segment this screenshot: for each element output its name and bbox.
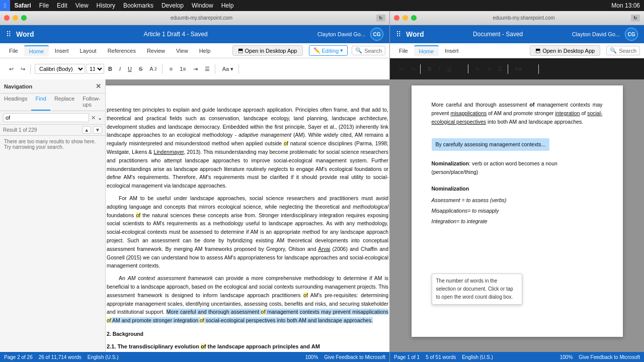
url-bar-right[interactable]: eduumb-my.sharepoint.com <box>493 15 554 21</box>
develop-menu[interactable]: Develop <box>157 0 188 11</box>
font-family-select[interactable]: Calibri (Body) <box>35 64 85 74</box>
right-close-button[interactable] <box>394 15 399 21</box>
nav-close-btn[interactable]: ✕ <box>96 82 101 90</box>
file-menu[interactable]: File <box>35 0 53 11</box>
left-user-name[interactable]: Clayton David Go... <box>317 31 365 37</box>
help-menu[interactable]: Help <box>217 0 238 11</box>
nominalization-definition: Nominalization: verb or action word beco… <box>432 159 603 176</box>
right-bullets-btn[interactable]: ≡ <box>472 64 481 73</box>
superscript-btn[interactable]: A2 <box>146 64 159 73</box>
indent-btn[interactable]: ⇥ <box>190 64 201 74</box>
right-more-btn[interactable]: ··· <box>455 64 466 73</box>
left-tab-references[interactable]: References <box>103 46 141 56</box>
align-left-btn[interactable]: ☰ <box>202 64 213 74</box>
font-size-select[interactable]: 11 <box>86 64 104 74</box>
nav-tab-headings[interactable]: Headings <box>0 94 31 111</box>
underline-btn[interactable]: U <box>125 64 135 73</box>
right-align-btn[interactable]: ☰ <box>495 64 506 74</box>
nav-clear-btn[interactable]: ✕ <box>91 115 96 121</box>
right-more2-btn[interactable]: ··· <box>526 64 536 73</box>
left-tab-view[interactable]: View <box>171 46 193 56</box>
open-desktop-icon-right: ⬒ <box>535 47 540 54</box>
left-doc-content[interactable]: presenting ten principles to explain and… <box>106 79 389 352</box>
window-menu[interactable]: Window <box>188 0 217 11</box>
bold-btn[interactable]: B <box>105 64 115 73</box>
open-desktop-icon: ⬒ <box>238 47 243 54</box>
right-font-color-btn[interactable]: A▾ <box>512 64 525 74</box>
right-ribbon-tabs: File Home Insert ⬒ Open in Desktop App 🔍… <box>390 43 644 58</box>
left-tab-home[interactable]: Home <box>24 45 49 56</box>
right-app-name: Word <box>406 30 424 38</box>
right-feedback[interactable]: Give Feedback to Microsoft <box>579 354 640 360</box>
right-bold-btn[interactable]: B <box>425 64 435 73</box>
right-status-bar: Page 1 of 1 5 of 51 words English (U.S.)… <box>390 352 644 362</box>
nav-tab-replace[interactable]: Replace <box>50 94 78 111</box>
undo-btn[interactable]: ↩ <box>6 64 17 74</box>
right-maximize-button[interactable] <box>411 15 417 21</box>
minimize-button[interactable] <box>13 15 18 21</box>
left-tab-review[interactable]: Review <box>142 46 170 56</box>
grid-icon-right[interactable]: ⠿ <box>396 30 401 38</box>
right-ribbon-toolbar: ↩ ↪ B I U ··· ≡ ⇥ ☰ A▾ ··· <box>390 58 644 79</box>
right-tab-home[interactable]: Home <box>414 45 439 56</box>
styles-btn[interactable]: Aa ▾ <box>219 64 237 74</box>
doc-heading-2: 2. Background <box>107 330 388 338</box>
nav-search-btn[interactable]: ⌄ <box>98 115 102 121</box>
apple-menu[interactable]:  <box>0 0 10 11</box>
left-user-avatar[interactable]: CG <box>370 28 383 41</box>
right-user-name[interactable]: Clayton David Go... <box>572 31 620 37</box>
nav-header: Navigation ✕ <box>0 79 105 94</box>
bullets-btn[interactable]: ≡ <box>167 64 176 73</box>
right-search-box[interactable]: 🔍 Search <box>606 46 640 55</box>
maximize-button[interactable] <box>21 15 27 21</box>
history-menu[interactable]: History <box>93 0 119 11</box>
right-tab-insert[interactable]: Insert <box>440 46 464 56</box>
right-undo-btn[interactable]: ↩ <box>396 64 407 74</box>
refresh-btn-left[interactable]: ↻ <box>376 15 385 22</box>
right-font-group: B I U ··· <box>423 64 468 73</box>
grid-icon-left[interactable]: ⠿ <box>6 30 11 38</box>
url-bar-left[interactable]: eduumb-my.sharepoint.com <box>171 15 232 21</box>
right-word-count[interactable]: 5 of 51 words <box>426 354 456 360</box>
left-feedback[interactable]: Give Feedback to Microsoft <box>324 354 385 360</box>
undo-group: ↩ ↪ <box>4 64 31 74</box>
nav-search-input[interactable] <box>3 113 89 122</box>
nav-next-btn[interactable]: ▼ <box>93 126 102 134</box>
right-open-desktop-btn[interactable]: ⬒ Open in Desktop App <box>530 45 600 56</box>
right-user-avatar[interactable]: CG <box>625 28 638 41</box>
left-doc-area: Navigation ✕ Headings Find Replace Follo… <box>0 79 389 352</box>
left-open-desktop-btn[interactable]: ⬒ Open in Desktop App <box>232 45 303 56</box>
left-tab-insert[interactable]: Insert <box>50 46 74 56</box>
left-word-count[interactable]: 26 of 11,714 words <box>39 354 82 360</box>
right-tab-file[interactable]: File <box>394 46 413 56</box>
left-search-box[interactable]: 🔍 Search <box>352 46 385 55</box>
edit-menu[interactable]: Edit <box>53 0 71 11</box>
right-indent-btn[interactable]: ⇥ <box>483 64 494 74</box>
safari-menu[interactable]: Safari <box>10 0 35 11</box>
bookmarks-menu[interactable]: Bookmarks <box>119 0 157 11</box>
left-tab-layout[interactable]: Layout <box>75 46 102 56</box>
strikethrough-btn[interactable]: S <box>136 64 145 73</box>
close-button[interactable] <box>4 15 10 21</box>
refresh-btn-right[interactable]: ↻ <box>631 15 640 22</box>
italic-btn[interactable]: I <box>116 64 124 73</box>
nav-tab-find[interactable]: Find <box>31 94 50 111</box>
highlight-box: By carefully assessing management contex… <box>432 138 550 151</box>
right-underline-btn[interactable]: U <box>444 64 454 73</box>
right-minimize-button[interactable] <box>403 15 408 21</box>
styles-group: Aa ▾ <box>217 64 239 74</box>
numbering-btn[interactable]: 1≡ <box>177 64 189 73</box>
view-menu[interactable]: View <box>71 0 93 11</box>
nav-prev-btn[interactable]: ▲ <box>82 126 91 134</box>
right-redo-btn[interactable]: ↪ <box>408 64 418 74</box>
doc-para-3: An AM context assessment framework can p… <box>107 274 388 325</box>
redo-btn[interactable]: ↪ <box>18 64 28 74</box>
left-editing-btn[interactable]: ✏️ Editing ▾ <box>309 45 348 56</box>
nav-tabs: Headings Find Replace Follow-ups <box>0 94 105 111</box>
left-doc-title: Article 1 Draft 4 - Saved <box>39 31 312 38</box>
nav-tab-followups[interactable]: Follow-ups <box>78 94 105 111</box>
right-italic-btn[interactable]: I <box>436 64 443 73</box>
right-doc-content[interactable]: More careful and thorough assessment of … <box>390 79 644 352</box>
left-tab-file[interactable]: File <box>4 46 23 56</box>
left-tab-help[interactable]: Help <box>194 46 216 56</box>
